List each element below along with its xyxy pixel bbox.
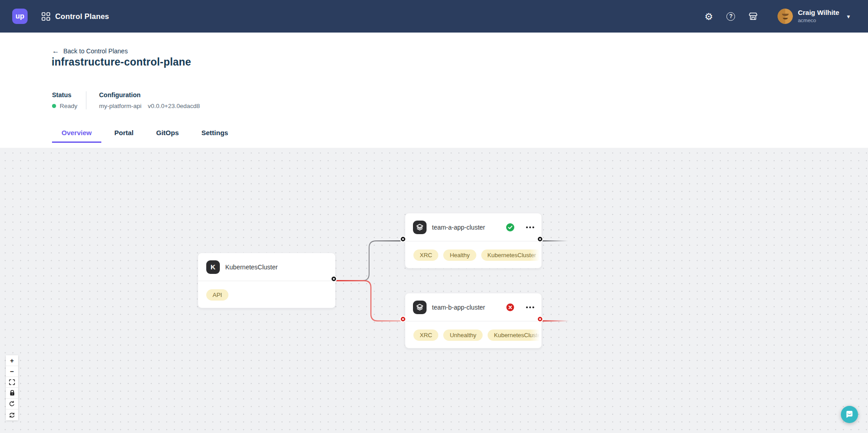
unhealthy-x-icon [506,303,514,311]
badge-xrc: XRC [413,329,438,341]
avatar [778,9,793,24]
top-navbar: up Control Planes ⚙ ? [0,0,868,33]
question-mark: ? [726,12,735,21]
settings-gear-icon[interactable]: ⚙ [704,11,714,21]
zoom-in-button[interactable]: + [6,355,18,366]
user-menu[interactable]: Craig Wilhite acmeco ▾ [778,9,850,24]
status-ready-dot [52,104,56,108]
handle-team-a-target[interactable] [401,237,405,241]
node-title: team-b-app-cluster [432,304,485,311]
badge-kubernetescluster: KubernetesCluster [488,329,542,341]
status-label: Status [52,91,86,99]
fit-view-button[interactable] [6,377,18,388]
chat-launcher-button[interactable] [841,406,858,423]
more-options-button[interactable] [526,305,534,310]
sync-button[interactable] [6,409,18,420]
grid-icon [42,12,50,21]
node-kubernetescluster[interactable]: K KubernetesCluster API [198,253,336,308]
tab-gitops[interactable]: GitOps [147,129,188,143]
badge-api: API [206,289,228,301]
lock-button[interactable] [6,388,18,399]
healthy-check-icon [506,223,514,231]
node-title: team-a-app-cluster [432,224,485,231]
handle-team-a-source[interactable] [538,237,542,241]
rotate-button[interactable] [6,399,18,409]
help-icon[interactable]: ? [726,11,736,21]
layers-icon [413,301,427,314]
status-value: Ready [60,103,77,109]
configuration-label: Configuration [99,91,200,99]
back-link-label: Back to Control Planes [63,47,128,55]
caret-down-icon: ▾ [847,13,850,20]
tab-portal[interactable]: Portal [105,129,143,143]
zoom-out-button[interactable]: − [6,366,18,377]
node-team-a-app-cluster[interactable]: team-a-app-cluster XRC Healthy Kubernete… [405,213,542,268]
page-title: infrastructure-control-plane [52,56,191,68]
back-to-control-planes-link[interactable]: ← Back to Control Planes [52,47,128,55]
app-window: up Control Planes ⚙ ? [0,0,868,433]
meta-row: Status Ready Configuration my-platform-a… [52,91,200,109]
configuration-version: v0.0.0+23.0edacd8 [148,103,200,109]
configuration-block: Configuration my-platform-api v0.0.0+23.… [99,91,200,109]
tab-bar: Overview Portal GitOps Settings [52,129,237,143]
configuration-name: my-platform-api [99,103,142,109]
back-arrow-icon: ← [52,47,59,55]
graph-canvas[interactable] [0,148,868,433]
marketplace-storefront-icon[interactable] [748,11,758,21]
tab-overview[interactable]: Overview [52,129,101,143]
tab-settings[interactable]: Settings [192,129,237,143]
badge-unhealthy: Unhealthy [443,329,483,341]
handle-team-b-source[interactable] [538,317,542,321]
header-actions: ⚙ ? [704,9,850,24]
badge-kubernetescluster: KubernetesCluster [481,249,542,261]
user-text: Craig Wilhite acmeco [798,9,840,23]
badge-xrc: XRC [413,249,438,261]
badge-healthy: Healthy [443,249,476,261]
handle-team-b-target[interactable] [401,317,405,321]
canvas-controls: + − [6,355,18,420]
user-name: Craig Wilhite [798,9,840,17]
chat-bubble-icon [845,410,854,419]
app-title: Control Planes [55,12,109,21]
meta-divider [86,91,86,109]
layers-icon [413,221,427,234]
app-title-group: Control Planes [42,12,109,21]
node-team-b-app-cluster[interactable]: team-b-app-cluster XRC Unhealthy Kuberne… [405,293,542,348]
user-org: acmeco [798,18,840,24]
upbound-logo[interactable]: up [12,9,28,24]
kubernetescluster-node-icon: K [206,260,220,274]
status-block: Status Ready [52,91,86,109]
node-title: KubernetesCluster [225,264,278,271]
page-header: ← Back to Control Planes infrastructure-… [0,33,868,148]
handle-k8s-source[interactable] [332,277,336,281]
more-options-button[interactable] [526,225,534,230]
